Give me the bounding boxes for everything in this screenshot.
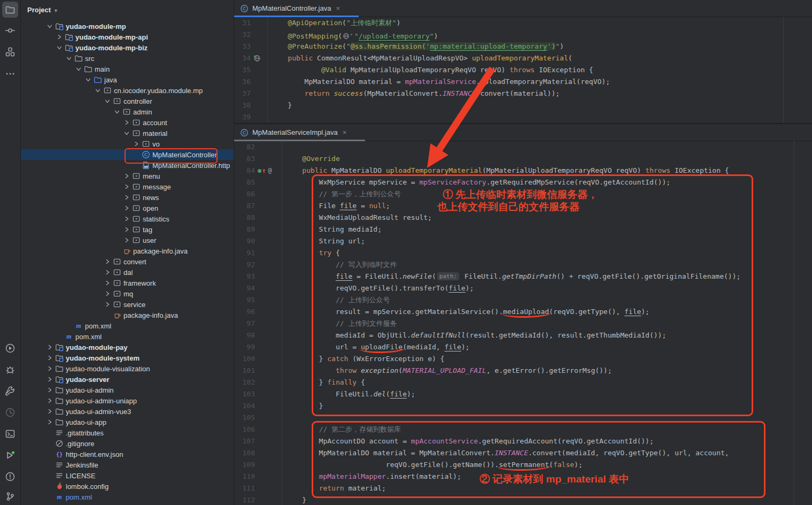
chevron-right-icon[interactable]	[45, 376, 55, 382]
tree-item-yudao-module-mp[interactable]: yudao-module-mp	[20, 21, 234, 32]
tree-item-tag[interactable]: tag	[20, 224, 234, 235]
line-number[interactable]: 112	[234, 494, 255, 505]
code-line-88[interactable]: 88 WxMediaUploadResult result;	[234, 212, 812, 224]
tree-item-admin[interactable]: admin	[20, 106, 234, 117]
tree-item-lombok-config[interactable]: lombok.config	[20, 481, 234, 492]
line-number[interactable]: 35	[234, 64, 251, 76]
chevron-right-icon[interactable]	[122, 237, 132, 243]
chevron-right-icon[interactable]	[122, 226, 132, 233]
tree-item-java[interactable]: java	[20, 74, 234, 85]
chevron-down-icon[interactable]	[74, 66, 83, 72]
line-number[interactable]: 103	[234, 388, 255, 400]
code-line-83[interactable]: 83 @Override	[234, 153, 812, 165]
line-number[interactable]: 110	[234, 471, 255, 483]
code-line-39[interactable]: 39	[234, 111, 812, 123]
profiler-icon[interactable]	[2, 404, 18, 420]
top-editor[interactable]: 31 @ApiOperation("上传临时素材")32 @PostMappin…	[234, 17, 812, 123]
chevron-down-icon[interactable]	[55, 44, 64, 51]
code-line-36[interactable]: 36 MpMaterialDO material = mpMaterialSer…	[234, 76, 812, 88]
chevron-right-icon[interactable]	[122, 119, 132, 126]
code-line-86[interactable]: 86 // 第一步，上传到公众号	[234, 188, 812, 200]
line-number[interactable]: 106	[234, 424, 255, 435]
chevron-down-icon[interactable]	[103, 98, 112, 104]
version-control-icon[interactable]	[2, 488, 18, 504]
line-number[interactable]: 107	[234, 435, 255, 447]
chevron-right-icon[interactable]	[45, 344, 55, 350]
tree-item-pom-xml[interactable]: mpom.xml	[20, 331, 234, 342]
tree-item-main[interactable]: main	[20, 64, 234, 74]
services-icon[interactable]	[2, 447, 18, 463]
code-line-35[interactable]: 35 @Valid MpMaterialUploadTemporaryReqVO…	[234, 64, 812, 76]
tree-item-yudao-module-pay[interactable]: yudao-module-pay	[20, 342, 234, 353]
line-number[interactable]: 98	[234, 330, 255, 341]
tree-item-yudao-module-visualization[interactable]: yudao-module-visualization	[20, 363, 234, 374]
tree-item-yudao-module-mp-api[interactable]: yudao-module-mp-api	[20, 32, 234, 42]
code-line-95[interactable]: 95 // 上传到公众号	[234, 294, 812, 306]
line-number[interactable]: 39	[234, 111, 251, 123]
chevron-right-icon[interactable]	[55, 34, 64, 40]
code-line-93[interactable]: 93 file = FileUtil.newFile(path: FileUti…	[234, 271, 812, 282]
tree-item-framework[interactable]: framework	[20, 278, 234, 288]
code-line-32[interactable]: 32 @PostMapping(▾"/upload-temporary")	[234, 29, 812, 41]
bottom-editor[interactable]: 8283 @Override84↑@ public MpMaterialDO u…	[234, 141, 812, 505]
code-line-89[interactable]: 89 String mediaId;	[234, 224, 812, 235]
line-number[interactable]: 82	[234, 141, 255, 153]
chevron-right-icon[interactable]	[122, 216, 132, 222]
code-line-91[interactable]: 91 try {	[234, 247, 812, 259]
tree-item-convert[interactable]: convert	[20, 256, 234, 267]
code-line-101[interactable]: 101 throw exception(MATERIAL_UPLOAD_FAIL…	[234, 365, 812, 377]
code-line-96[interactable]: 96 result = mpService.getMaterialService…	[234, 306, 812, 318]
chevron-down-icon[interactable]	[122, 130, 132, 136]
tree-item-package-info-java[interactable]: package-info.java	[20, 246, 234, 256]
line-number[interactable]: 90	[234, 235, 255, 247]
tree-item-controller[interactable]: controller	[20, 96, 234, 106]
tree-item-vo[interactable]: vo	[20, 139, 234, 149]
chevron-right-icon[interactable]	[103, 258, 112, 265]
line-number[interactable]: 100	[234, 353, 255, 365]
line-number[interactable]: 86	[234, 188, 255, 200]
line-number[interactable]: 99	[234, 341, 255, 353]
debug-icon[interactable]	[2, 362, 18, 378]
line-number[interactable]: 85	[234, 177, 255, 188]
code-line-84[interactable]: 84↑@ public MpMaterialDO uploadTemporary…	[234, 165, 812, 177]
code-line-103[interactable]: 103 FileUtil.del(file);	[234, 388, 812, 400]
code-line-34[interactable]: 34 public CommonResult<MpMaterialUploadR…	[234, 52, 812, 64]
editor-tab-mpmaterialserviceimpl.java[interactable]: CMpMaterialServiceImpl.java×	[234, 124, 365, 141]
structure-icon[interactable]	[2, 44, 18, 60]
tree-item-pom-xml[interactable]: mpom.xml	[20, 320, 234, 331]
run-icon[interactable]	[2, 340, 18, 356]
line-number[interactable]: 95	[234, 294, 255, 306]
chevron-right-icon[interactable]	[122, 194, 132, 201]
code-line-94[interactable]: 94 reqVO.getFile().transferTo(file);	[234, 282, 812, 294]
chevron-right-icon[interactable]	[103, 280, 112, 286]
line-number[interactable]: 105	[234, 412, 255, 424]
tree-item-account[interactable]: account	[20, 117, 234, 128]
tree-item-open[interactable]: open	[20, 203, 234, 213]
tree-item-mpmaterialcontroller[interactable]: CMpMaterialController	[20, 149, 234, 160]
chevron-right-icon[interactable]	[45, 397, 55, 404]
chevron-down-icon[interactable]	[45, 23, 55, 29]
close-icon[interactable]: ×	[336, 4, 340, 12]
code-line-100[interactable]: 100 } catch (WxErrorException e) {	[234, 353, 812, 365]
tree-item-news[interactable]: news	[20, 192, 234, 203]
editor-split-divider[interactable]	[234, 123, 812, 124]
code-line-102[interactable]: 102 } finally {	[234, 377, 812, 388]
tree-item-yudao-server[interactable]: yudao-server	[20, 374, 234, 385]
chevron-right-icon[interactable]	[45, 408, 55, 415]
code-line-31[interactable]: 31 @ApiOperation("上传临时素材")	[234, 17, 812, 29]
line-number[interactable]: 32	[234, 29, 251, 41]
more-icon[interactable]	[2, 66, 18, 82]
line-number[interactable]: 87	[234, 200, 255, 212]
code-line-109[interactable]: 109 reqVO.getFile().getName()).setPerman…	[234, 459, 812, 471]
code-line-82[interactable]: 82	[234, 141, 812, 153]
tree-item-service[interactable]: service	[20, 299, 234, 310]
code-line-87[interactable]: 87 File file = null;	[234, 200, 812, 212]
line-number[interactable]: 101	[234, 365, 255, 377]
code-line-37[interactable]: 37 return success(MpMaterialConvert.INST…	[234, 88, 812, 100]
chevron-right-icon[interactable]	[122, 205, 132, 211]
line-number[interactable]: 33	[234, 41, 251, 52]
tree-item-license[interactable]: LICENSE	[20, 470, 234, 481]
code-line-106[interactable]: 106 // 第二步，存储到数据库	[234, 424, 812, 435]
tree-item-material[interactable]: material	[20, 128, 234, 139]
code-line-97[interactable]: 97 // 上传到文件服务	[234, 318, 812, 330]
